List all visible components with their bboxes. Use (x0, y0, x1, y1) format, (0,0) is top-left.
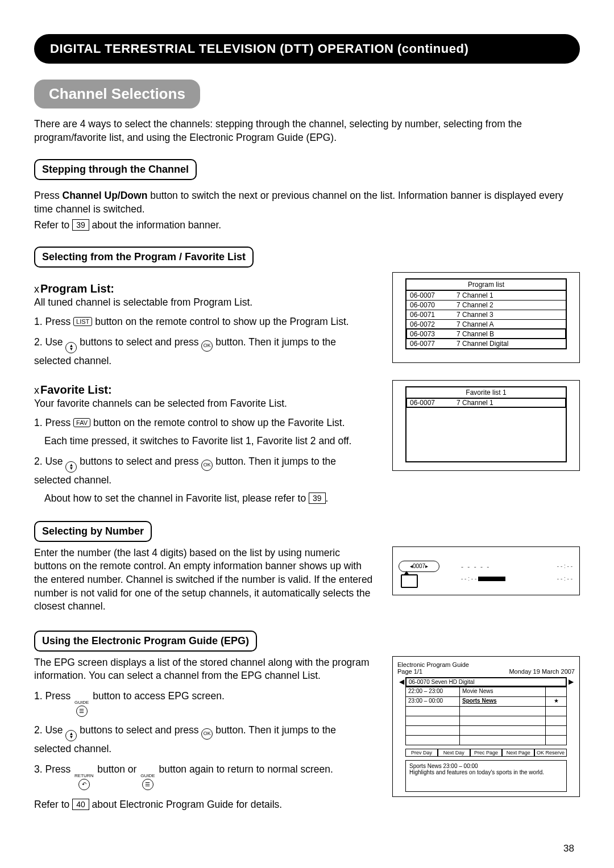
updown-icon: ▲▼ (65, 730, 77, 741)
epg-softkey: Prev Day (405, 749, 438, 757)
ok-icon: OK (201, 340, 213, 352)
favorite-list-intro: Your favorite channels can be selected f… (34, 398, 375, 410)
favorite-list-head: xFavorite List: (34, 383, 375, 397)
updown-icon: ▲▼ (65, 461, 77, 473)
selectlist-heading: Selecting from the Program / Favorite Li… (34, 247, 254, 268)
table-row: 22:00 – 23:00Movie News (406, 687, 566, 696)
figure-info-banner: ◂ 0007 ▸ - - - - - - - : - - - - : - - -… (392, 546, 580, 595)
table-row: 06-00077 Channel 1 (406, 398, 566, 407)
guide-button-icon: GUIDE☰ (140, 773, 155, 790)
ok-icon: OK (201, 728, 213, 740)
epg-ref: Refer to 40 about Electronic Program Gui… (34, 798, 375, 812)
favorite-step-1: 1. Press FAV button on the remote contro… (34, 415, 375, 449)
guide-button-icon: GUIDE☰ (74, 700, 89, 717)
bynumber-text: Enter the number (the last 4 digits) bas… (34, 546, 375, 614)
program-list-intro: All tuned channel is selectable from Pro… (34, 297, 375, 308)
epg-softkey: OK Reserve (534, 749, 567, 757)
table-row: 06-00707 Channel 2 (406, 300, 566, 310)
page-number: 38 (563, 843, 574, 854)
banner-channel-number: ◂ 0007 ▸ (399, 561, 439, 572)
epg-description: Sports News 23:00 – 00:00 Highlights and… (405, 760, 567, 792)
table-row: 06-00717 Channel 3 (406, 310, 566, 319)
program-step-1: 1. Press LIST button on the remote contr… (34, 314, 375, 329)
stepping-p2: Refer to 39 about the information banner… (34, 219, 569, 232)
figure-favorite-list: Favorite list 1 06-00077 Channel 1 (392, 380, 580, 471)
list-button-icon: LIST (73, 317, 92, 326)
figure-epg: Electronic Program Guide Page 1/1 Monday… (392, 656, 580, 797)
figure-program-list: Program list 06-00077 Channel 106-00707 … (392, 272, 580, 363)
epg-heading: Using the Electronic Program Guide (EPG) (34, 631, 257, 652)
section-heading: Channel Selections (34, 80, 200, 108)
page-title-bar: DIGITAL TERRESTRIAL TELEVISION (DTT) OPE… (34, 34, 580, 64)
arrow-right-icon: ▶ (567, 678, 575, 686)
page-ref-39a: 39 (72, 219, 89, 231)
program-step-2: 2. Use ▲▼ buttons to select and press OK… (34, 335, 375, 368)
stepping-heading: Stepping through the Channel (34, 159, 197, 180)
page-title: DIGITAL TERRESTRIAL TELEVISION (DTT) OPE… (50, 41, 468, 56)
tv-icon (401, 574, 418, 588)
table-row: 06-00777 Channel Digital (406, 339, 566, 348)
epg-step-3: 3. Press RETURN↶ button or GUIDE☰ button… (34, 762, 375, 790)
page-ref-39b: 39 (309, 493, 326, 504)
ok-icon: OK (201, 460, 213, 471)
intro-text: There are 4 ways to select the channels:… (34, 118, 569, 144)
page-ref-40: 40 (72, 799, 89, 810)
epg-softkey: Next Page (502, 749, 534, 757)
epg-step-2: 2. Use ▲▼ buttons to select and press OK… (34, 723, 375, 756)
favorite-step-2: 2. Use ▲▼ buttons to select and press OK… (34, 454, 375, 506)
table-row: 06-00077 Channel 1 (406, 290, 566, 300)
table-row: 06-00727 Channel A (406, 319, 566, 329)
return-button-icon: RETURN↶ (74, 773, 93, 790)
table-row: 23:00 – 00:00Sports News★ (406, 696, 566, 706)
epg-softkey: Next Day (438, 749, 470, 757)
stepping-p1: Press Channel Up/Down button to switch t… (34, 189, 569, 216)
epg-softkey: Prec Page (470, 749, 503, 757)
arrow-left-icon: ◀ (397, 678, 405, 686)
table-row: 06-00737 Channel B (406, 329, 566, 339)
epg-step-1: 1. Press GUIDE☰ button to access EPG scr… (34, 688, 375, 717)
bynumber-heading: Selecting by Number (34, 521, 152, 542)
updown-icon: ▲▼ (65, 342, 77, 353)
epg-intro: The EPG screen displays a list of the st… (34, 656, 375, 683)
fav-button-icon: FAV (73, 418, 90, 427)
program-list-head: xProgram List: (34, 282, 375, 295)
